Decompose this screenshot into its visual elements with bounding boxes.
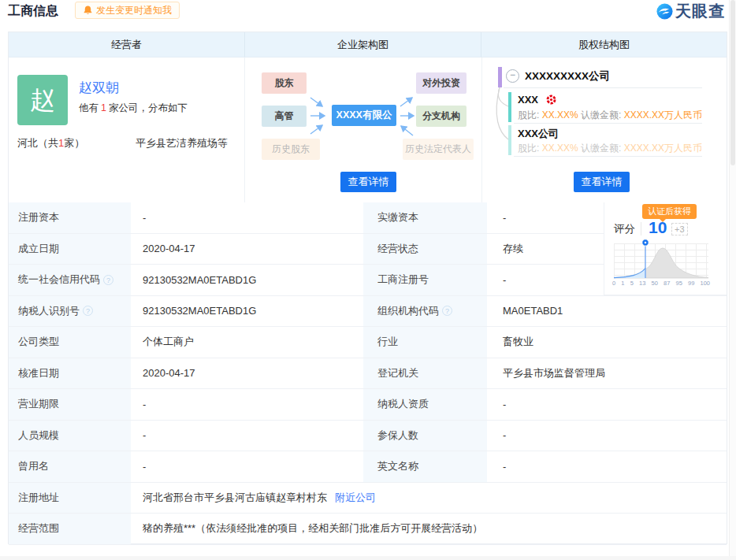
certified-badge: 认证后获得	[642, 204, 697, 219]
region-summary: 河北（共1家）	[17, 136, 84, 150]
field-label: 公司类型	[9, 327, 131, 358]
axis-tick-label: 1	[621, 280, 624, 287]
score-label: 评分	[614, 222, 635, 236]
equity-detail-button[interactable]: 查看详情	[574, 172, 630, 192]
field-label: 组织机构代码?	[363, 296, 487, 327]
header-equity-chart: 股权结构图	[481, 32, 727, 57]
axis-tick-label: 99	[688, 280, 694, 287]
table-row: 人员规模-参保人数-	[9, 421, 727, 452]
field-label: 纳税人识别号?	[9, 296, 131, 327]
field-label: 英文名称	[363, 451, 487, 482]
company-count: 1	[101, 102, 106, 113]
axis-tick-label: 5	[630, 280, 634, 287]
header-operator: 经营者	[9, 32, 245, 57]
help-icon[interactable]: ?	[442, 306, 452, 316]
equity-child-name[interactable]: XXX	[518, 94, 556, 106]
field-value: -	[487, 451, 727, 482]
nearby-companies-link[interactable]: 附近公司	[335, 491, 376, 505]
equity-child-name[interactable]: XXX公司	[518, 127, 559, 141]
field-label: 工商注册号	[363, 265, 487, 295]
equity-child-stats: 股比: XX.XX% 认缴金额: XXXX.XX万人民币	[518, 109, 702, 122]
vertical-scrollbar[interactable]	[729, 0, 736, 560]
score-bonus: +3	[671, 223, 688, 235]
org-detail-button[interactable]: 查看详情	[340, 172, 396, 192]
operator-section: 赵 赵双朝 他有1家公司，分布如下 河北（共1家） 平乡县艺洁养殖场等	[9, 57, 245, 202]
field-label: 行业	[363, 327, 487, 358]
field-value: 2020-04-17	[131, 234, 363, 265]
org-node-investments[interactable]: 对外投资	[416, 72, 467, 94]
field-value: -	[131, 421, 363, 451]
tianyancha-logo[interactable]: 天眼查	[656, 1, 725, 22]
table-row: 注册地址河北省邢台市平乡县河古庙镇赵章村村东附近公司	[9, 483, 727, 514]
org-node-history-legal-rep[interactable]: 历史法定代表人	[403, 139, 474, 160]
field-label: 注册资本	[9, 202, 131, 233]
divider	[514, 156, 702, 157]
axis-tick-label: 87	[664, 280, 670, 287]
axis-tick-label: 50	[651, 280, 657, 287]
org-node-history-shareholders[interactable]: 历史股东	[262, 139, 320, 160]
bell-icon	[83, 5, 93, 16]
scrollbar-thumb[interactable]	[730, 0, 735, 165]
field-label: 经营状态	[363, 234, 487, 265]
org-chart-section: 股东 高管 历史股东 XXXX有限公司 对外投资 分支机构 历史法定代表人 查看…	[246, 57, 482, 202]
org-node-shareholders[interactable]: 股东	[262, 72, 307, 94]
bell-curve	[614, 237, 708, 280]
divider	[641, 222, 641, 235]
field-value: 河北省邢台市平乡县河古庙镇赵章村村东附近公司	[131, 483, 727, 514]
eye-logo-icon	[656, 2, 674, 20]
field-label: 注册地址	[9, 483, 131, 514]
score-widget: 认证后获得 评分 10 +3 0151350879599100	[604, 202, 727, 295]
red-emblem-icon	[546, 95, 556, 105]
field-value: -	[131, 202, 363, 233]
field-label: 成立日期	[9, 234, 131, 265]
field-label: 统一社会信用代码?	[9, 265, 131, 295]
field-label: 登记机关	[363, 358, 487, 389]
field-label: 纳税人资质	[363, 389, 487, 420]
collapse-minus-icon[interactable]: −	[506, 69, 519, 83]
operator-company-link[interactable]: 平乡县艺洁养殖场等	[136, 136, 228, 150]
logo-text: 天眼查	[675, 1, 725, 22]
field-value: -	[131, 389, 363, 420]
operator-name-link[interactable]: 赵双朝	[79, 79, 119, 97]
business-info-panel: 经营者 企业架构图 股权结构图 赵 赵双朝 他有1家公司，分布如下 河北（共1家…	[8, 32, 727, 544]
equity-child-stats: 股比: XX.XX% 认缴金额: XXXX.XX万人民币	[518, 142, 702, 155]
field-label: 核准日期	[9, 358, 131, 389]
field-value: 个体工商户	[131, 327, 363, 358]
org-node-branches[interactable]: 分支机构	[416, 106, 467, 127]
axis-tick-label: 13	[639, 280, 645, 287]
field-value: MA0ETABD1	[487, 296, 727, 327]
equity-child-bar	[508, 125, 511, 155]
field-value: 92130532MA0ETABD1G	[131, 296, 363, 327]
notify-on-change-button[interactable]: 发生变更时通知我	[75, 2, 180, 19]
operator-description: 他有1家公司，分布如下	[79, 102, 188, 115]
field-value: -	[487, 389, 727, 420]
equity-root-bar	[498, 67, 502, 87]
field-label: 经营范围	[9, 514, 131, 544]
help-icon[interactable]: ?	[83, 306, 93, 316]
panel-header: 经营者 企业架构图 股权结构图	[9, 32, 727, 57]
table-row: 核准日期2020-04-17登记机关平乡县市场监督管理局	[9, 358, 727, 390]
org-node-company[interactable]: XXXX有限公司	[332, 105, 396, 126]
field-value: -	[487, 421, 727, 451]
axis-tick-label: 0	[612, 280, 615, 287]
org-node-executives[interactable]: 高管	[262, 106, 307, 127]
score-axis: 0151350879599100	[612, 280, 710, 287]
divider	[504, 87, 702, 88]
equity-child-bar	[508, 92, 511, 122]
divider	[514, 123, 702, 124]
table-row: 经营范围猪的养殖***（依法须经批准的项目，经相关部门批准后方可开展经营活动）	[9, 514, 727, 545]
field-label: 曾用名	[9, 451, 131, 482]
score-value: 10	[649, 218, 667, 237]
field-label: 参保人数	[363, 421, 487, 451]
field-label: 人员规模	[9, 421, 131, 451]
score-distribution-chart	[614, 239, 708, 278]
table-row: 曾用名-英文名称-	[9, 451, 727, 483]
horizontal-scrollbar-track[interactable]	[0, 556, 736, 560]
field-value: -	[131, 451, 363, 482]
avatar: 赵	[17, 75, 68, 125]
table-row: 公司类型个体工商户行业畜牧业	[9, 327, 727, 358]
field-value: 猪的养殖***（依法须经批准的项目，经相关部门批准后方可开展经营活动）	[131, 514, 727, 544]
equity-root-name[interactable]: XXXXXXXXX公司	[525, 69, 610, 83]
help-icon[interactable]: ?	[103, 275, 113, 285]
field-label: 营业期限	[9, 389, 131, 420]
